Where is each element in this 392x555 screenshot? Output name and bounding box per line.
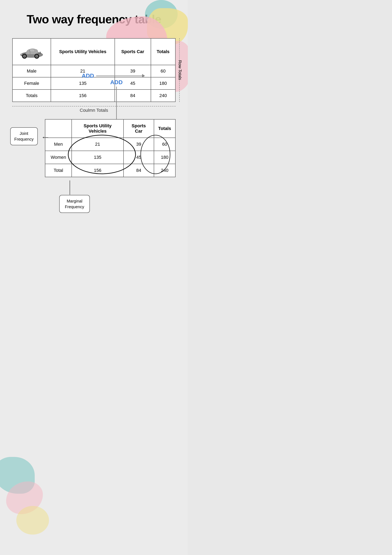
car-image <box>17 42 47 61</box>
second-table-wrap: Sports Utility Vehicles Sports Car Total… <box>45 119 176 177</box>
table2-row3-car: 84 <box>123 164 154 177</box>
table1-row3-total: 240 <box>151 89 175 102</box>
table2-row1-car: 39 <box>123 138 154 151</box>
table1-header-suv: Sports Utility Vehicles <box>51 38 115 65</box>
blob-teal-bottom-left <box>0 457 35 494</box>
bottom-spacer <box>12 177 176 222</box>
column-totals-section: Coulmn Totals <box>12 104 176 113</box>
marginal-arrow-line <box>69 180 70 195</box>
marginal-frequency-box: MarginalFrequency <box>59 195 90 213</box>
table2-row3-label: Total <box>45 164 72 177</box>
table1-row2-label: Female <box>13 77 51 89</box>
table2-row2-suv: 135 <box>72 151 123 164</box>
first-table-section: Sports Utility Vehicles Sports Car Total… <box>12 38 176 113</box>
marginal-arrow-wrap <box>69 180 70 196</box>
table1-row3-car: 84 <box>115 89 151 102</box>
column-totals-label: Coulmn Totals <box>80 108 108 113</box>
table2-row2-label: Women <box>45 151 72 164</box>
svg-rect-1 <box>38 53 41 53</box>
marginal-frequency-label: MarginalFrequency <box>65 199 84 209</box>
table1-row2-car: 45 <box>115 77 151 89</box>
table1-row2-suv: 135 <box>51 77 115 89</box>
table1-header-car: Sports Car <box>115 38 151 65</box>
table2-header-totals: Totals <box>154 119 175 138</box>
blob-yellow-bottom <box>16 506 49 534</box>
table2-header-suv: Sports Utility Vehicles <box>72 119 123 138</box>
second-table-section: JointFrequency Sports Utility Vehicles S… <box>12 119 176 177</box>
table2-header-car: Sports Car <box>123 119 154 138</box>
table1-row1-total: 60 <box>151 65 175 77</box>
dashed-h-line <box>12 106 176 106</box>
table2-header-empty <box>45 119 72 138</box>
table1-row3-label: Totals <box>13 89 51 102</box>
table1-header-totals: Totals <box>151 38 175 65</box>
table2-row3-suv: 156 <box>72 164 123 177</box>
first-table: Sports Utility Vehicles Sports Car Total… <box>12 38 176 102</box>
row-totals-label: Row Totals <box>178 60 182 80</box>
svg-point-8 <box>36 56 37 57</box>
table1-row2-total: 180 <box>151 77 175 89</box>
table2-row1-label: Men <box>45 138 72 151</box>
joint-frequency-box: JointFrequency <box>10 127 38 145</box>
table2-row3-total: 240 <box>154 164 175 177</box>
table1-row3-suv: 156 <box>51 89 115 102</box>
table1-row1-car: 39 <box>115 65 151 77</box>
page: { "title": "Two way frequency table", "t… <box>0 0 188 555</box>
table1-row1-suv: 21 <box>51 65 115 77</box>
second-table: Sports Utility Vehicles Sports Car Total… <box>45 119 176 177</box>
page-title: Two way frequency table <box>12 12 176 26</box>
table2-row1-suv: 21 <box>72 138 123 151</box>
svg-marker-11 <box>43 137 44 138</box>
table2-row2-car: 45 <box>123 151 154 164</box>
joint-frequency-label: JointFrequency <box>14 131 34 141</box>
svg-point-5 <box>24 56 25 57</box>
blob-pink-bottom-left <box>6 482 43 514</box>
table1-row1-label: Male <box>13 65 51 77</box>
table2-row2-total: 180 <box>154 151 175 164</box>
svg-point-9 <box>20 53 22 55</box>
table2-row1-total: 60 <box>154 138 175 151</box>
svg-rect-2 <box>40 52 40 53</box>
